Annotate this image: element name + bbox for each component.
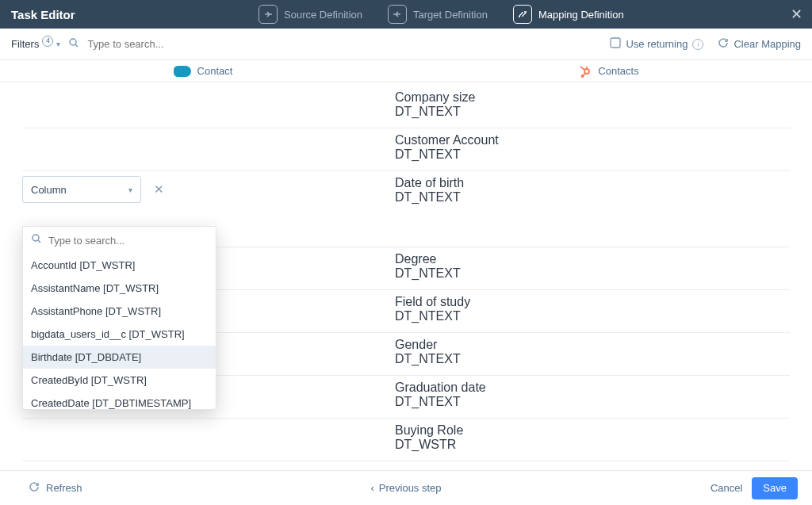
mapping-row[interactable] xyxy=(22,463,790,470)
target-column-label: Contacts xyxy=(598,65,638,77)
target-field-type: DT_NTEXT xyxy=(395,309,470,323)
tab-source-definition[interactable]: Source Definition xyxy=(246,0,375,29)
target-field-type: DT_NTEXT xyxy=(395,190,464,205)
chevron-down-icon: ▾ xyxy=(128,186,132,194)
mapping-type-select[interactable]: Column ▾ xyxy=(22,176,141,203)
target-field-name: Gender xyxy=(395,338,461,352)
refresh-icon xyxy=(718,37,729,51)
dropdown-option[interactable]: AssistantName [DT_WSTR] xyxy=(23,277,216,300)
mapping-type-value: Column xyxy=(31,184,67,196)
hubspot-logo-icon xyxy=(579,65,592,78)
target-field-name: Date of birth xyxy=(395,176,464,190)
target-field-name: Customer Account xyxy=(395,133,499,147)
refresh-button[interactable]: Refresh xyxy=(29,481,82,495)
target-column-header[interactable]: Contacts xyxy=(406,65,812,78)
svg-point-5 xyxy=(584,69,589,74)
tab-label: Target Definition xyxy=(413,9,488,21)
target-field-type: DT_NTEXT xyxy=(395,147,499,162)
search-icon xyxy=(68,37,79,51)
svg-point-6 xyxy=(580,66,582,67)
dropdown-option[interactable]: Birthdate [DT_DBDATE] xyxy=(23,346,216,369)
target-field-name: Field of study xyxy=(395,295,470,309)
dropdown-option[interactable]: CreatedById [DT_WSTR] xyxy=(23,369,216,392)
dropdown-option[interactable]: bigdata_users_id__c [DT_WSTR] xyxy=(23,323,216,346)
footer-right-buttons: Cancel Save xyxy=(710,477,798,499)
mapping-row[interactable]: Customer AccountDT_NTEXT xyxy=(22,130,790,171)
source-icon xyxy=(259,5,278,24)
tab-label: Source Definition xyxy=(284,9,362,21)
clear-mapping-row-button[interactable]: ✕ xyxy=(146,182,164,197)
filterbar: Filters 4 ▾ Use returning i Clear Mappin… xyxy=(0,29,812,60)
svg-point-3 xyxy=(70,39,76,45)
tab-label: Mapping Definition xyxy=(538,9,624,21)
page-title: Task Editor xyxy=(0,8,238,21)
search-input[interactable] xyxy=(87,38,602,50)
svg-point-0 xyxy=(270,13,272,15)
tab-mapping-definition[interactable]: Mapping Definition xyxy=(500,0,637,29)
source-column-label: Contact xyxy=(197,65,233,77)
target-field-name: Graduation date xyxy=(395,381,486,395)
filters-label: Filters xyxy=(11,38,39,50)
target-field-type: DT_NTEXT xyxy=(395,266,461,281)
svg-point-2 xyxy=(519,16,520,17)
source-column-dropdown: AccountId [DT_WSTR]AssistantName [DT_WST… xyxy=(22,226,216,410)
svg-rect-4 xyxy=(611,38,620,48)
refresh-label: Refresh xyxy=(46,482,82,494)
previous-step-button[interactable]: ‹ Previous step xyxy=(370,482,441,494)
save-button[interactable]: Save xyxy=(752,477,798,499)
checkbox-icon xyxy=(610,37,621,51)
chevron-left-icon: ‹ xyxy=(370,482,373,494)
target-field-type: DT_NTEXT xyxy=(395,352,461,366)
tab-target-definition[interactable]: Target Definition xyxy=(375,0,500,29)
mapping-row[interactable]: Buying RoleDT_WSTR xyxy=(22,420,790,461)
chevron-down-icon: ▾ xyxy=(56,40,60,48)
topbar: Task Editor Source Definition Target Def… xyxy=(0,0,812,29)
use-returning-toggle[interactable]: Use returning i xyxy=(610,37,703,51)
refresh-icon xyxy=(29,481,40,495)
topbar-tabs: Source Definition Target Definition Mapp… xyxy=(246,0,637,29)
dropdown-option-list[interactable]: AccountId [DT_WSTR]AssistantName [DT_WST… xyxy=(23,254,216,409)
target-field-name: Company size xyxy=(395,90,475,105)
svg-point-1 xyxy=(393,13,395,15)
mapping-row[interactable]: Company sizeDT_NTEXT xyxy=(22,87,790,128)
target-field-name: Degree xyxy=(395,252,461,266)
previous-step-label: Previous step xyxy=(379,482,442,494)
close-icon[interactable]: ✕ xyxy=(791,0,802,29)
salesforce-logo-icon xyxy=(174,66,191,77)
dropdown-option[interactable]: AssistantPhone [DT_WSTR] xyxy=(23,300,216,323)
use-returning-label: Use returning xyxy=(626,38,688,50)
dropdown-option[interactable]: CreatedDate [DT_DBTIMESTAMP] xyxy=(23,392,216,409)
filterbar-right-actions: Use returning i Clear Mapping xyxy=(610,37,801,51)
column-headers: Contact Contacts xyxy=(0,60,812,82)
clear-mapping-button[interactable]: Clear Mapping xyxy=(718,37,801,51)
mapping-grid: Company sizeDT_NTEXTCustomer AccountDT_N… xyxy=(0,82,812,470)
source-column-header[interactable]: Contact xyxy=(0,65,406,77)
cancel-button[interactable]: Cancel xyxy=(710,482,742,494)
dropdown-search-row xyxy=(23,227,216,254)
dropdown-option[interactable]: AccountId [DT_WSTR] xyxy=(23,254,216,277)
svg-point-8 xyxy=(33,235,39,241)
footer: Refresh ‹ Previous step Cancel Save xyxy=(0,470,812,505)
target-field-type: DT_WSTR xyxy=(395,438,463,452)
dropdown-search-input[interactable] xyxy=(48,235,208,247)
target-field-type: DT_NTEXT xyxy=(395,395,486,409)
svg-point-7 xyxy=(582,75,584,77)
filters-count-badge: 4 xyxy=(42,36,53,47)
filters-button[interactable]: Filters 4 ▾ xyxy=(11,38,60,50)
mapping-icon xyxy=(513,5,532,24)
info-icon: i xyxy=(692,39,703,50)
target-icon xyxy=(388,5,407,24)
target-field-name: Buying Role xyxy=(395,423,463,438)
target-field-type: DT_NTEXT xyxy=(395,105,475,119)
clear-mapping-label: Clear Mapping xyxy=(733,38,801,50)
search-icon xyxy=(31,233,42,247)
